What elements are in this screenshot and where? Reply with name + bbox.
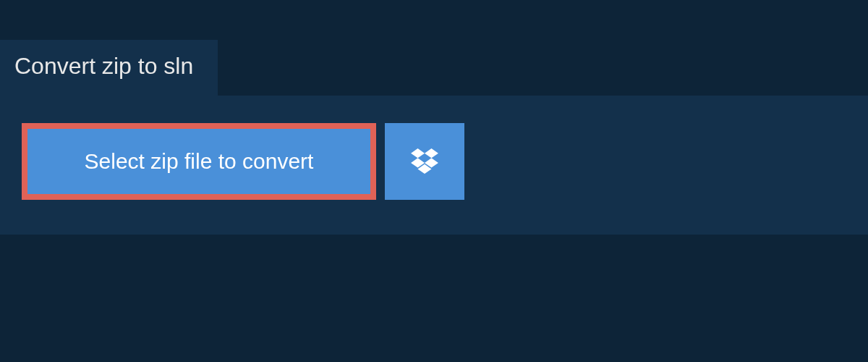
tab-bar: Convert zip to sln — [0, 0, 868, 96]
tab-label: Convert zip to sln — [14, 53, 193, 79]
button-row: Select zip file to convert — [22, 123, 846, 200]
convert-panel: Select zip file to convert — [0, 96, 868, 235]
select-file-label: Select zip file to convert — [85, 149, 314, 174]
dropbox-icon — [411, 148, 438, 174]
tab-convert[interactable]: Convert zip to sln — [0, 40, 218, 96]
dropbox-button[interactable] — [385, 123, 464, 200]
select-file-button[interactable]: Select zip file to convert — [22, 123, 376, 200]
